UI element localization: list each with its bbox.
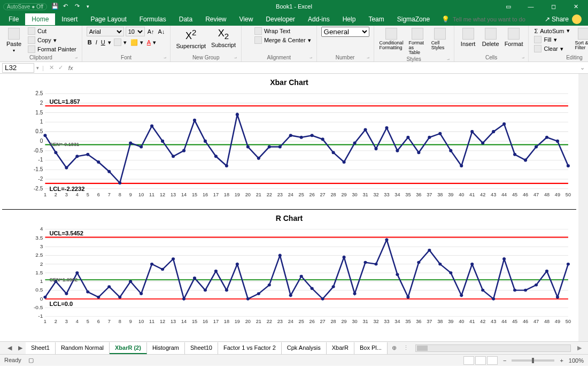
clear-button[interactable]: Clear ▾ [533, 44, 570, 53]
insert-icon [462, 28, 474, 40]
svg-text:47: 47 [533, 192, 539, 197]
delete-cells-button[interactable]: Delete [481, 27, 500, 48]
tab-review[interactable]: Review [199, 13, 233, 25]
page-break-view-button[interactable] [487, 356, 498, 365]
account-icon[interactable] [572, 14, 582, 24]
minimize-icon[interactable]: — [522, 0, 540, 13]
format-painter-button[interactable]: Format Painter [27, 45, 78, 53]
font-color-button[interactable]: A▾ [146, 39, 157, 47]
cell-styles-button[interactable]: Cell Styles [430, 27, 450, 51]
wrap-text-button[interactable]: Wrap Text [253, 27, 312, 35]
cancel-formula-icon[interactable]: ✕ [47, 64, 56, 71]
macro-rec-icon[interactable]: ▢ [28, 357, 34, 363]
formula-input[interactable] [76, 63, 577, 73]
xbar-chart[interactable]: Xbar Chart -2.5-2-1.5-1-0.500.511.522.51… [2, 76, 576, 210]
merge-center-button[interactable]: Merge & Center ▾ [253, 36, 312, 44]
tab-developer[interactable]: Developer [259, 13, 301, 25]
cond-format-button[interactable]: Conditional Formatting [378, 27, 405, 51]
sheet-tab[interactable]: XbarR (2) [110, 342, 147, 354]
tab-file[interactable]: File [2, 13, 25, 25]
svg-point-209 [107, 285, 111, 288]
underline-button[interactable]: U [100, 39, 106, 46]
sheet-tab[interactable]: Sheet1 [26, 342, 56, 354]
cut-button[interactable]: Cut [27, 27, 78, 35]
insert-cells-button[interactable]: Insert [459, 27, 478, 48]
decrease-font-button[interactable]: A↓ [157, 28, 166, 35]
tab-nav-next[interactable]: ▶ [15, 344, 26, 351]
page-layout-view-button[interactable] [475, 356, 486, 365]
tab-insert[interactable]: Insert [55, 13, 84, 25]
tab-pagelayout[interactable]: Page Layout [84, 13, 133, 25]
tab-sigmazone[interactable]: SigmaZone [391, 13, 436, 25]
tell-me-search[interactable]: 💡 [442, 16, 538, 23]
save-icon[interactable]: 💾 [51, 3, 59, 10]
paste-button[interactable]: Paste▾ [4, 27, 24, 54]
font-name-select[interactable]: Arial [87, 27, 124, 36]
redo-icon[interactable]: ↷ [75, 3, 82, 10]
close-icon[interactable]: ✕ [567, 0, 585, 13]
scroll-right-icon[interactable]: ▶ [575, 344, 584, 351]
fx-icon[interactable]: fx [65, 65, 76, 71]
normal-view-button[interactable] [463, 356, 474, 365]
tab-home[interactable]: Home [25, 13, 55, 25]
svg-text:2: 2 [40, 100, 43, 106]
tab-help[interactable]: Help [336, 13, 362, 25]
fill-color-button[interactable]: 🟨▾ [129, 39, 144, 47]
worksheet-area[interactable]: Xbar Chart -2.5-2-1.5-1-0.500.511.522.51… [0, 74, 588, 341]
sheet-tab[interactable]: Sheet10 [185, 342, 218, 354]
expand-formula-icon[interactable]: ⌄ [577, 64, 588, 71]
bold-button[interactable]: B [87, 39, 93, 46]
tab-view[interactable]: View [233, 13, 260, 25]
tab-team[interactable]: Team [362, 13, 390, 25]
vertical-scrollbar[interactable] [579, 74, 587, 341]
tell-me-input[interactable] [453, 16, 538, 22]
name-box[interactable] [2, 63, 34, 73]
copy-button[interactable]: Copy ▾ [27, 36, 78, 44]
increase-font-button[interactable]: A↑ [146, 28, 156, 35]
enter-formula-icon[interactable]: ✓ [56, 64, 65, 71]
qat-customize-icon[interactable]: ▾ [87, 4, 89, 9]
sort-filter-button[interactable]: Sort & Filter [574, 27, 588, 51]
svg-text:1: 1 [40, 278, 43, 284]
format-cells-button[interactable]: Format [504, 27, 524, 48]
scroll-thumb[interactable] [580, 75, 586, 96]
fill-button[interactable]: Fill ▾ [533, 35, 570, 44]
new-sheet-button[interactable]: ⊕ [388, 344, 401, 351]
zoom-in-button[interactable]: + [560, 357, 563, 364]
subscript-button[interactable]: X2Subscript [210, 27, 237, 49]
share-button[interactable]: ↗ Share [545, 16, 569, 23]
sheet-tab[interactable]: Factor 1 vs Factor 2 [218, 342, 282, 354]
zoom-out-button[interactable]: − [503, 357, 506, 364]
sheet-tab[interactable]: Cpk Analysis [282, 342, 327, 354]
svg-text:34: 34 [394, 319, 400, 325]
sheet-tab[interactable]: Box Pl... [354, 342, 388, 354]
italic-button[interactable]: I [95, 39, 98, 46]
border-button[interactable]: ▾ [113, 38, 128, 47]
undo-icon[interactable]: ↶ [63, 3, 71, 10]
scroll-thumb[interactable] [417, 346, 428, 351]
horizontal-scrollbar[interactable] [415, 344, 571, 352]
tab-formulas[interactable]: Formulas [133, 13, 173, 25]
svg-point-108 [396, 149, 399, 152]
tab-data[interactable]: Data [173, 13, 199, 25]
autosave-toggle[interactable]: AutoSave ● Off [3, 3, 47, 10]
superscript-button[interactable]: X2Superscript [175, 27, 207, 50]
maximize-icon[interactable]: ◻ [544, 0, 562, 13]
svg-text:10: 10 [138, 192, 144, 197]
zoom-slider[interactable] [512, 359, 554, 362]
r-chart[interactable]: R Chart -1-0.500.511.522.533.54123456789… [2, 212, 576, 336]
svg-point-111 [428, 136, 431, 139]
svg-text:44: 44 [501, 319, 507, 325]
sheet-tab[interactable]: XbarR [327, 342, 354, 354]
sheet-tab[interactable]: Histogram [147, 342, 185, 354]
tab-addins[interactable]: Add-ins [301, 13, 336, 25]
tab-nav-prev[interactable]: ◀ [4, 344, 15, 351]
format-table-button[interactable]: Format as Table [408, 27, 427, 56]
ribbon-options-icon[interactable]: ▭ [499, 0, 517, 13]
number-format-select[interactable]: General [321, 27, 369, 37]
autosum-button[interactable]: Σ AutoSum ▾ [533, 27, 570, 35]
zoom-level[interactable]: 100% [569, 357, 584, 364]
brush-icon [28, 45, 35, 53]
font-size-select[interactable]: 10 [126, 27, 145, 36]
sheet-tab[interactable]: Random Normal [56, 342, 110, 354]
